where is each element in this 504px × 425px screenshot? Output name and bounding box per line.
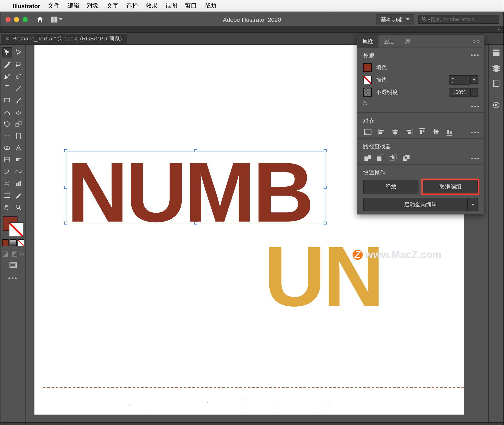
arrange-docs-button[interactable] [51, 16, 62, 22]
curvature-tool[interactable] [13, 71, 24, 81]
align-bottom-icon[interactable] [445, 128, 454, 136]
tab-layers[interactable]: 图层 [379, 35, 400, 48]
align-hcenter-icon[interactable] [390, 128, 400, 136]
menu-window[interactable]: 窗口 [185, 2, 197, 9]
edit-toolbar-button[interactable]: ••• [8, 275, 18, 282]
align-top-icon[interactable] [418, 128, 427, 136]
tab-properties[interactable]: 属性 [357, 35, 379, 48]
eyedropper-tool[interactable] [2, 166, 12, 176]
color-solid-icon[interactable] [2, 239, 9, 246]
draw-inside-icon[interactable]: ⌑ [20, 250, 24, 258]
search-input[interactable] [430, 16, 496, 23]
direct-selection-tool[interactable] [13, 47, 24, 57]
maximize-icon[interactable] [23, 17, 28, 22]
align-more-icon[interactable]: ••• [471, 129, 480, 136]
menu-select[interactable]: 选择 [126, 2, 138, 9]
step-up-icon[interactable]: ▴ [450, 76, 456, 80]
pathfinder-intersect-icon[interactable] [389, 154, 398, 161]
close-tab-icon[interactable]: × [6, 36, 9, 42]
expand-icon[interactable]: ‹‹ [498, 27, 501, 32]
align-left-icon[interactable] [377, 128, 386, 136]
scale-tool[interactable] [13, 119, 24, 129]
handle-tc[interactable] [194, 149, 197, 152]
rotate-tool[interactable] [2, 119, 12, 129]
opacity-swatch[interactable] [363, 88, 371, 96]
workspace-dropdown[interactable]: 基本功能 [376, 14, 414, 25]
magic-wand-tool[interactable] [2, 59, 12, 69]
handle-mr[interactable] [324, 186, 327, 189]
gradient-tool[interactable] [13, 154, 24, 165]
line-tool[interactable] [13, 83, 24, 93]
home-icon[interactable] [35, 15, 45, 24]
text-object-2[interactable]: UN [264, 228, 382, 326]
lasso-tool[interactable] [13, 59, 24, 69]
global-edit-button[interactable]: 启动全局编辑 [363, 198, 478, 211]
opacity-value[interactable]: 100% [449, 88, 470, 96]
close-icon[interactable] [6, 17, 10, 22]
artboard-tool[interactable] [2, 190, 12, 200]
menu-file[interactable]: 文件 [48, 2, 60, 9]
align-right-icon[interactable] [404, 128, 413, 136]
symbol-tool[interactable] [2, 178, 12, 188]
shaper-tool[interactable] [2, 107, 12, 117]
minimize-icon[interactable] [14, 17, 19, 22]
stroke-weight-value[interactable] [456, 76, 469, 84]
document-tab[interactable]: × Reshape_Text.ai* @ 100% (RGB/GPU 预览) [1, 33, 127, 44]
layers-dock-icon[interactable] [491, 63, 501, 73]
color-gradient-icon[interactable] [9, 239, 16, 246]
stroke-color-swatch[interactable] [363, 76, 371, 84]
pen-tool[interactable] [2, 71, 12, 81]
handle-bl[interactable] [64, 222, 67, 224]
app-name[interactable]: Illustrator [13, 2, 40, 9]
color-none-icon[interactable] [17, 239, 24, 246]
libraries-dock-icon[interactable] [491, 79, 501, 88]
blend-tool[interactable] [13, 166, 24, 176]
handle-bc[interactable] [194, 222, 197, 224]
appearance-dock-icon[interactable] [491, 100, 501, 110]
slice-tool[interactable] [13, 190, 24, 200]
eraser-tool[interactable] [13, 107, 24, 117]
selection-tool[interactable] [2, 47, 12, 57]
draw-normal-icon[interactable]: ◪ [2, 250, 9, 258]
screen-mode-button[interactable] [9, 262, 17, 270]
hand-tool[interactable] [2, 202, 12, 212]
step-down-icon[interactable]: ▾ [450, 80, 456, 84]
handle-tl[interactable] [64, 149, 67, 152]
appearance-more-icon[interactable]: ••• [471, 103, 480, 110]
pathfinder-more-icon[interactable]: ••• [471, 155, 480, 162]
pathfinder-unite-icon[interactable] [363, 154, 372, 161]
fill-color-swatch[interactable] [363, 63, 371, 72]
type-tool[interactable]: T [2, 83, 12, 93]
handle-ml[interactable] [64, 186, 67, 189]
tab-libraries[interactable]: 库 [400, 35, 416, 48]
menu-view[interactable]: 视图 [165, 2, 177, 9]
stroke-weight-dropdown[interactable] [470, 75, 478, 84]
ungroup-button[interactable]: 取消编组 [423, 180, 478, 193]
zoom-tool[interactable] [13, 202, 24, 212]
fx-button[interactable]: fx. [363, 100, 369, 106]
align-vcenter-icon[interactable] [431, 128, 441, 136]
graph-tool[interactable] [13, 178, 24, 188]
global-edit-dropdown[interactable] [467, 198, 477, 211]
stroke-weight-stepper[interactable]: ▴▾ [449, 75, 469, 85]
free-transform-tool[interactable] [13, 130, 24, 141]
draw-behind-icon[interactable]: ◩ [11, 250, 18, 258]
perspective-tool[interactable] [13, 143, 24, 153]
release-button[interactable]: 释放 [363, 180, 418, 193]
menu-effect[interactable]: 效果 [146, 2, 158, 9]
artboard-dropdown[interactable]: 1 [43, 423, 63, 425]
opacity-more-button[interactable]: › [470, 88, 478, 96]
pathfinder-minus-icon[interactable] [376, 154, 385, 161]
handle-br[interactable] [324, 222, 327, 224]
menu-edit[interactable]: 编辑 [67, 2, 79, 9]
mesh-tool[interactable] [2, 154, 12, 165]
zoom-dropdown[interactable]: 100% [1, 423, 26, 425]
search-stock-field[interactable]: ▾ [418, 15, 499, 24]
panel-flyout-icon[interactable]: >> [469, 38, 484, 45]
fill-stroke-swatch[interactable] [3, 217, 23, 237]
align-to-button[interactable] [363, 128, 372, 136]
handle-tr[interactable] [324, 149, 327, 152]
paintbrush-tool[interactable] [13, 95, 24, 105]
rectangle-tool[interactable] [2, 95, 12, 105]
shape-builder-tool[interactable] [2, 143, 12, 153]
